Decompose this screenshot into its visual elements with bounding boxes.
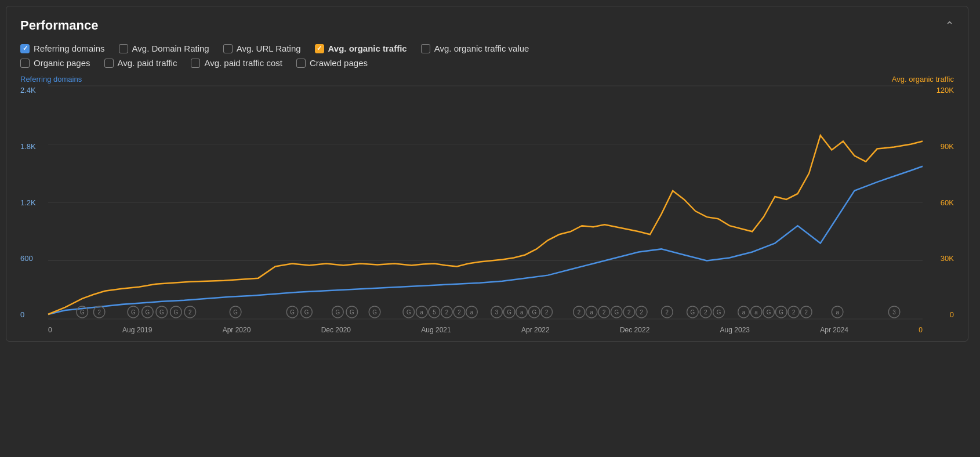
- svg-text:G: G: [614, 309, 619, 315]
- checkbox-avg-organic-traffic[interactable]: Avg. organic traffic: [315, 43, 407, 53]
- svg-text:G: G: [304, 309, 309, 315]
- svg-text:G: G: [507, 309, 511, 315]
- y-right-90k: 90K: [925, 142, 954, 151]
- svg-text:2: 2: [578, 309, 581, 315]
- svg-text:2: 2: [704, 309, 707, 315]
- checkbox-crawled-pages-label: Crawled pages: [310, 58, 368, 68]
- y-right-0: 0: [925, 310, 954, 319]
- checkbox-crawled-pages-box[interactable]: [296, 59, 306, 68]
- svg-text:a: a: [836, 309, 839, 315]
- svg-text:a: a: [742, 309, 746, 315]
- svg-text:G: G: [159, 309, 164, 315]
- checkbox-avg-domain-rating[interactable]: Avg. Domain Rating: [119, 43, 209, 53]
- checkbox-avg-paid-traffic-cost-label: Avg. paid traffic cost: [204, 58, 282, 68]
- svg-text:2: 2: [97, 309, 101, 315]
- svg-text:2: 2: [602, 309, 606, 315]
- y-right-30k: 30K: [925, 254, 954, 263]
- svg-text:a: a: [590, 309, 593, 315]
- svg-text:2: 2: [458, 309, 461, 315]
- checkbox-organic-pages-label: Organic pages: [34, 58, 90, 68]
- performance-container: Performance ⌃ Referring domains Avg. Dom…: [6, 6, 968, 342]
- svg-text:G: G: [350, 309, 354, 315]
- svg-text:G: G: [532, 309, 536, 315]
- blue-line: [48, 166, 923, 314]
- left-axis-label: Referring domains: [20, 75, 82, 84]
- y-right-60k: 60K: [925, 198, 954, 207]
- chart-svg: G 2 G G G G 2 G: [48, 86, 923, 319]
- annotations: G 2 G G G G 2 G: [77, 306, 900, 318]
- x-label-0: 0: [48, 326, 52, 334]
- svg-text:2: 2: [627, 309, 631, 315]
- checkbox-avg-paid-traffic-cost-box[interactable]: [191, 59, 200, 68]
- svg-text:5: 5: [433, 309, 436, 315]
- svg-text:a: a: [520, 309, 524, 315]
- x-label-aug-2019: Aug 2019: [122, 326, 152, 334]
- svg-text:2: 2: [666, 309, 669, 315]
- checkbox-referring-domains-box[interactable]: [20, 44, 30, 53]
- svg-text:2: 2: [445, 309, 449, 315]
- svg-text:a: a: [754, 309, 758, 315]
- svg-text:G: G: [691, 309, 695, 315]
- checkboxes-row2: Organic pages Avg. paid traffic Avg. pai…: [20, 58, 954, 68]
- y-right-120k: 120K: [925, 86, 954, 95]
- checkbox-referring-domains[interactable]: Referring domains: [20, 43, 105, 53]
- checkbox-referring-domains-label: Referring domains: [34, 43, 105, 53]
- header-row: Performance ⌃: [20, 18, 954, 33]
- x-axis-labels: 0 Aug 2019 Apr 2020 Dec 2020 Aug 2021 Ap…: [48, 326, 923, 334]
- checkbox-avg-paid-traffic-label: Avg. paid traffic: [118, 58, 177, 68]
- chart-axis-labels: Referring domains Avg. organic traffic: [20, 75, 954, 84]
- svg-text:3: 3: [495, 309, 499, 315]
- x-label-dec-2020: Dec 2020: [321, 326, 351, 334]
- checkboxes-row1: Referring domains Avg. Domain Rating Avg…: [20, 43, 954, 53]
- y-left-2400: 2.4K: [20, 86, 46, 95]
- checkbox-avg-url-rating-label: Avg. URL Rating: [237, 43, 301, 53]
- svg-text:G: G: [717, 309, 721, 315]
- checkbox-avg-paid-traffic-box[interactable]: [104, 59, 114, 68]
- y-left-1800: 1.8K: [20, 142, 46, 151]
- y-left-1200: 1.2K: [20, 198, 46, 207]
- svg-text:2: 2: [188, 309, 192, 315]
- checkbox-avg-domain-rating-label: Avg. Domain Rating: [132, 43, 209, 53]
- page-title: Performance: [20, 18, 99, 33]
- checkbox-avg-paid-traffic[interactable]: Avg. paid traffic: [104, 58, 177, 68]
- svg-text:3: 3: [892, 309, 896, 315]
- checkbox-organic-pages[interactable]: Organic pages: [20, 58, 90, 68]
- checkbox-avg-organic-traffic-value-box[interactable]: [421, 44, 430, 53]
- checkbox-avg-paid-traffic-cost[interactable]: Avg. paid traffic cost: [191, 58, 282, 68]
- y-axis-left: 2.4K 1.8K 1.2K 600 0: [20, 86, 46, 335]
- x-label-dec-2022: Dec 2022: [620, 326, 649, 334]
- checkbox-avg-organic-traffic-value-label: Avg. organic traffic value: [434, 43, 529, 53]
- svg-text:G: G: [174, 309, 179, 315]
- checkbox-crawled-pages[interactable]: Crawled pages: [296, 58, 368, 68]
- y-left-0: 0: [20, 310, 46, 319]
- checkbox-avg-domain-rating-box[interactable]: [119, 44, 128, 53]
- checkbox-avg-organic-traffic-box[interactable]: [315, 44, 324, 53]
- svg-text:G: G: [80, 309, 85, 315]
- checkbox-avg-url-rating[interactable]: Avg. URL Rating: [223, 43, 301, 53]
- checkbox-organic-pages-box[interactable]: [20, 59, 30, 68]
- checkbox-avg-organic-traffic-label: Avg. organic traffic: [328, 43, 407, 53]
- x-label-aug-2023: Aug 2023: [720, 326, 750, 334]
- svg-text:G: G: [146, 309, 150, 315]
- svg-text:G: G: [406, 309, 411, 315]
- svg-text:G: G: [336, 309, 340, 315]
- x-label-apr-2024: Apr 2024: [820, 326, 848, 334]
- y-left-600: 600: [20, 254, 46, 263]
- checkbox-avg-organic-traffic-value[interactable]: Avg. organic traffic value: [421, 43, 529, 53]
- x-label-apr-2022: Apr 2022: [521, 326, 550, 334]
- y-axis-right: 120K 90K 60K 30K 0: [925, 86, 954, 335]
- chart-wrapper: 2.4K 1.8K 1.2K 600 0 120K 90K 60K 30K 0: [20, 86, 954, 335]
- x-label-right-0: 0: [919, 326, 923, 334]
- chart-inner: G 2 G G G G 2 G: [48, 86, 923, 319]
- svg-text:2: 2: [545, 309, 549, 315]
- svg-text:2: 2: [792, 309, 796, 315]
- collapse-button[interactable]: ⌃: [945, 19, 954, 32]
- x-label-apr-2020: Apr 2020: [223, 326, 251, 334]
- svg-text:G: G: [372, 309, 377, 315]
- svg-text:2: 2: [640, 309, 644, 315]
- svg-text:G: G: [233, 309, 238, 315]
- svg-text:G: G: [779, 309, 783, 315]
- checkbox-avg-url-rating-box[interactable]: [223, 44, 233, 53]
- svg-text:a: a: [420, 309, 424, 315]
- svg-text:2: 2: [805, 309, 808, 315]
